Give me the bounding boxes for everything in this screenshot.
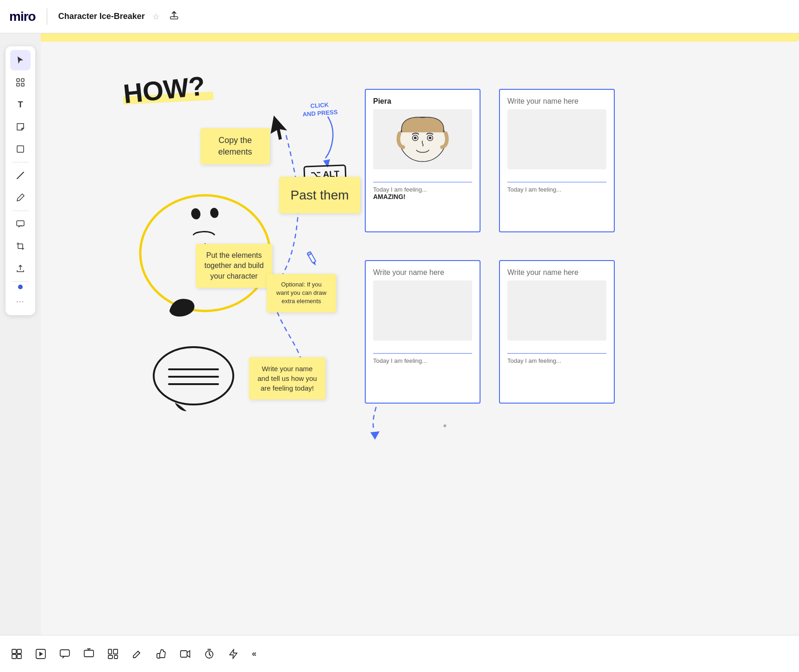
card-4-name[interactable]: Write your name here [507, 268, 606, 277]
svg-rect-30 [12, 649, 16, 653]
select-tool[interactable] [10, 50, 31, 70]
svg-point-29 [429, 137, 431, 139]
share-icon[interactable] [169, 10, 179, 23]
divider [12, 281, 29, 282]
svg-rect-1 [17, 79, 19, 81]
svg-rect-7 [17, 221, 24, 226]
svg-rect-3 [17, 83, 19, 86]
crop-tool[interactable] [10, 236, 31, 256]
play-bottom-tool[interactable] [35, 648, 46, 660]
canvas[interactable]: HOW? CLICKAND PRESS ⌥ ALT [41, 33, 799, 635]
card-4-line [507, 346, 606, 354]
card-4-image [507, 280, 606, 341]
speech-bubble [150, 342, 237, 414]
divider [47, 8, 47, 25]
apps-tool[interactable] [107, 648, 119, 660]
svg-rect-33 [17, 654, 21, 659]
card-piera[interactable]: Piera [365, 89, 481, 232]
svg-rect-37 [84, 650, 94, 657]
upload-tool[interactable] [10, 258, 31, 279]
svg-rect-0 [170, 17, 178, 19]
card-piera-feeling-value[interactable]: AMAZING! [373, 193, 472, 200]
card-piera-image [373, 109, 472, 169]
svg-rect-41 [108, 655, 112, 659]
sticky-past-them: Past them [279, 177, 360, 213]
svg-rect-4 [21, 83, 24, 86]
more-tools[interactable]: ··· [10, 291, 31, 311]
svg-rect-43 [181, 651, 187, 657]
svg-marker-14 [370, 431, 380, 440]
timer-tool[interactable] [204, 648, 215, 660]
collapse-tool[interactable]: « [252, 649, 256, 659]
card-2-feeling-label: Today I am feeling... [507, 186, 606, 193]
sticky-build-character: Put the elements together and build your… [196, 244, 272, 288]
card-3-name[interactable]: Write your name here [373, 268, 472, 277]
dot-indicator [18, 285, 23, 289]
card-2-image [507, 109, 606, 169]
svg-point-28 [414, 137, 417, 139]
video-tool[interactable] [180, 648, 191, 660]
edit-tool[interactable] [131, 648, 143, 660]
card-3-line [373, 346, 472, 354]
svg-rect-39 [108, 649, 112, 654]
sticky-tool[interactable] [10, 117, 31, 137]
line-tool[interactable] [10, 165, 31, 186]
bottom-toolbar: « [0, 635, 799, 672]
sticky-optional-draw: Optional: If you want you can draw extra… [267, 274, 336, 312]
how-text: HOW? [122, 70, 206, 109]
grid-bottom-tool[interactable] [11, 648, 22, 660]
card-2[interactable]: Write your name here Today I am feeling.… [499, 89, 615, 232]
canvas-content: HOW? CLICKAND PRESS ⌥ ALT [41, 33, 799, 635]
lightning-tool[interactable] [228, 648, 239, 660]
click-press-label: CLICKAND PRESS [302, 100, 338, 118]
card-3[interactable]: Write your name here Today I am feeling.… [365, 260, 481, 404]
divider [12, 162, 29, 162]
share-screen-tool[interactable] [83, 648, 94, 660]
shape-tool[interactable] [10, 139, 31, 159]
svg-rect-32 [12, 654, 16, 659]
board-title[interactable]: Character Ice-Breaker [58, 12, 145, 21]
svg-marker-45 [230, 649, 237, 659]
card-4[interactable]: Write your name here Today I am feeling.… [499, 260, 615, 404]
thumbs-up-tool[interactable] [156, 648, 167, 660]
left-toolbar: T ··· [6, 46, 35, 315]
dot-marker [443, 424, 446, 427]
svg-marker-35 [39, 652, 43, 656]
card-piera-line [373, 175, 472, 182]
svg-rect-40 [113, 649, 118, 654]
top-bar: miro Character Ice-Breaker ☆ [0, 0, 799, 33]
svg-rect-31 [17, 649, 21, 653]
sticky-write-name: Write your name and tell us how you are … [249, 357, 325, 399]
card-3-image [373, 280, 472, 341]
card-2-name[interactable]: Write your name here [507, 97, 606, 106]
sticky-copy-elements: Copy the elements [200, 128, 270, 164]
pencil-icon [300, 247, 324, 272]
card-piera-name: Piera [373, 97, 472, 106]
miro-logo: miro [9, 9, 36, 24]
svg-rect-20 [307, 252, 311, 255]
pen-tool[interactable] [10, 187, 31, 208]
divider [12, 211, 29, 211]
frame-tool[interactable] [10, 72, 31, 93]
card-2-line [507, 175, 606, 182]
svg-rect-2 [21, 79, 24, 81]
svg-rect-42 [114, 655, 118, 659]
card-3-feeling-label: Today I am feeling... [373, 357, 472, 364]
card-piera-feeling-label: Today I am feeling... [373, 186, 472, 193]
comment-tool[interactable] [10, 214, 31, 234]
svg-point-16 [190, 207, 201, 220]
chat-bottom-tool[interactable] [59, 648, 70, 660]
svg-rect-5 [17, 146, 24, 152]
text-tool[interactable]: T [10, 94, 31, 115]
svg-rect-36 [60, 650, 69, 656]
hand-gesture [165, 292, 202, 320]
star-icon[interactable]: ☆ [152, 12, 160, 22]
card-4-feeling-label: Today I am feeling... [507, 357, 606, 364]
svg-line-6 [17, 172, 24, 179]
svg-point-17 [209, 207, 219, 219]
